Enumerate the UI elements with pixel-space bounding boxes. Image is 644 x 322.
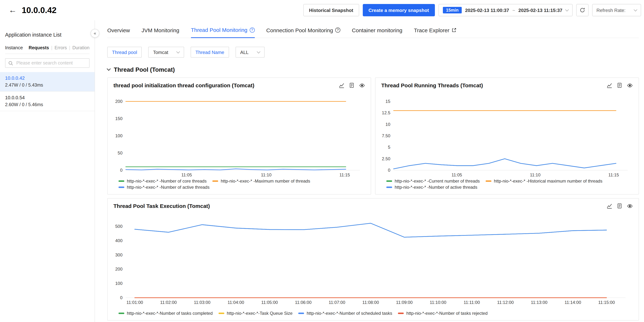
- svg-text:11:03:00: 11:03:00: [194, 300, 210, 305]
- legend-item[interactable]: http-nio-*-exec-* -Number of active thre…: [118, 185, 210, 190]
- svg-text:2.50: 2.50: [382, 156, 390, 161]
- thread-pool-filter-label[interactable]: Thread pool: [107, 47, 142, 58]
- legend-label: http-nio-*-exec-*-Number of tasks reject…: [406, 311, 488, 316]
- chevron-down-icon: [107, 67, 111, 71]
- eye-icon[interactable]: [627, 203, 633, 209]
- tab-overview[interactable]: Overview: [107, 27, 130, 38]
- legend-label: http-nio-*-exec-*-Number of tasks comple…: [127, 311, 213, 316]
- back-button[interactable]: ←: [9, 6, 17, 14]
- line-chart-icon[interactable]: [607, 83, 612, 88]
- tab-label: Thread Pool Monitoring: [191, 27, 247, 33]
- main-content: OverviewJVM MonitoringThread Pool Monito…: [95, 20, 644, 322]
- line-chart-icon[interactable]: [339, 83, 344, 88]
- chevron-down-icon: [634, 7, 637, 11]
- chart-title: Thread Pool Task Execution (Tomcat): [114, 203, 210, 209]
- svg-text:11:08:00: 11:08:00: [362, 300, 379, 305]
- tab-thread-pool-monitoring[interactable]: Thread Pool Monitoring?: [191, 27, 254, 38]
- tab-label: Overview: [107, 27, 130, 33]
- svg-text:11:15: 11:15: [340, 172, 350, 177]
- tab-instance[interactable]: Instance: [5, 45, 23, 50]
- time-range-start: 2025-02-13 11:00:37: [465, 7, 509, 13]
- svg-text:0: 0: [388, 168, 390, 173]
- legend-item[interactable]: http-nio-*-exec-* -Current number of thr…: [386, 179, 480, 184]
- chart-canvas-task-execution[interactable]: 010020030040050011:01:0011:02:0011:03:00…: [114, 212, 633, 310]
- thread-name-filter-label[interactable]: Thread Name: [191, 47, 229, 58]
- collapse-sidebar-button[interactable]: «: [90, 29, 99, 38]
- svg-text:11:14:00: 11:14:00: [564, 300, 581, 305]
- svg-text:11:07:00: 11:07:00: [329, 300, 346, 305]
- legend-item[interactable]: http-nio-*-exec-*-Task Queue Size: [218, 311, 293, 316]
- svg-text:150: 150: [115, 116, 122, 121]
- legend-label: http-nio-*-exec-*-Number of scheduled ta…: [306, 311, 392, 316]
- refresh-rate-select[interactable]: Refresh Rate:: [592, 4, 641, 16]
- chart-canvas-running-threads[interactable]: 02.5057.501012.51511:0511:1011:15: [381, 91, 633, 177]
- svg-text:11:04:00: 11:04:00: [228, 300, 244, 305]
- svg-text:11:05: 11:05: [182, 172, 192, 177]
- legend-swatch: [212, 181, 218, 182]
- instance-item-10-0-0-42[interactable]: 10.0.0.422.47W / 0 / 5.43ms: [0, 72, 94, 92]
- tab-trace-explorer[interactable]: Trace Explorer: [414, 27, 456, 38]
- thread-name-select[interactable]: ALL: [236, 47, 264, 58]
- charts-row: thread pool initialization thread config…: [107, 77, 639, 195]
- eye-icon[interactable]: [627, 82, 633, 88]
- svg-text:50: 50: [118, 150, 122, 155]
- line-chart-icon[interactable]: [607, 203, 612, 209]
- legend-item[interactable]: http-nio-*-exec-* -Number of active thre…: [386, 185, 477, 190]
- legend-label: http-nio-*-exec-* -Number of active thre…: [395, 185, 477, 190]
- svg-text:11:09:00: 11:09:00: [396, 300, 413, 305]
- svg-text:12.5: 12.5: [382, 110, 390, 115]
- sort-errors[interactable]: Errors: [54, 45, 67, 50]
- tab-label: Connection Pool Monitoring: [266, 27, 333, 33]
- section-toggle[interactable]: Thread Pool (Tomcat): [107, 66, 639, 73]
- legend-item[interactable]: http-nio-*-exec-*-Number of scheduled ta…: [298, 311, 392, 316]
- legend-item[interactable]: http-nio-*-exec-* -Historical maximum nu…: [486, 179, 602, 184]
- legend-item[interactable]: http-nio-*-exec-*-Number of tasks comple…: [118, 311, 213, 316]
- sort-duration[interactable]: Duration: [72, 45, 90, 50]
- chevron-down-icon: [176, 50, 180, 53]
- chevron-down-icon: [257, 50, 260, 53]
- data-table-icon[interactable]: [349, 83, 354, 88]
- sort-requests[interactable]: Requests: [29, 45, 49, 50]
- tab-jvm-monitoring[interactable]: JVM Monitoring: [142, 27, 179, 38]
- filter-bar: Thread pool Tomcat Thread Name ALL: [107, 47, 639, 58]
- legend-item[interactable]: http-nio-*-exec-* -Maximum number of thr…: [212, 179, 310, 184]
- thread-pool-select[interactable]: Tomcat: [148, 47, 184, 58]
- svg-text:11:15: 11:15: [608, 172, 619, 177]
- data-table-icon[interactable]: [617, 83, 622, 88]
- search-input[interactable]: [16, 60, 86, 66]
- chart-legend: http-nio-*-exec-*-Number of tasks comple…: [114, 311, 633, 316]
- instance-list: 10.0.0.422.47W / 0 / 5.43ms10.0.0.542.60…: [0, 72, 94, 111]
- sort-separator: |: [51, 45, 52, 50]
- time-range-picker[interactable]: 15min 2025-02-13 11:00:37 ~ 2025-02-13 1…: [438, 4, 572, 16]
- sidebar-tabs: Instance Requests|Errors|Duration: [5, 45, 90, 54]
- sort-separator: |: [69, 45, 70, 50]
- legend-item[interactable]: http-nio-*-exec-*-Number of tasks reject…: [398, 311, 488, 316]
- legend-swatch: [486, 181, 492, 182]
- tab-label: JVM Monitoring: [142, 27, 179, 33]
- chart-canvas-thread-config[interactable]: 05010015020011:0511:1011:15: [114, 91, 365, 177]
- eye-icon[interactable]: [359, 82, 365, 88]
- chart-actions: [607, 203, 633, 209]
- historical-snapshot-button[interactable]: Historical Snapshot: [303, 4, 359, 16]
- sort-tabs: Requests|Errors|Duration: [29, 45, 90, 50]
- instance-item-10-0-0-54[interactable]: 10.0.0.542.60W / 0 / 5.46ms: [0, 92, 94, 111]
- legend-swatch: [118, 313, 124, 314]
- legend-item[interactable]: http-nio-*-exec-* -Number of core thread…: [118, 179, 206, 184]
- data-table-icon[interactable]: [617, 203, 622, 209]
- tab-connection-pool-monitoring[interactable]: Connection Pool Monitoring?: [266, 27, 340, 38]
- svg-text:11:15:00: 11:15:00: [598, 300, 615, 305]
- svg-text:300: 300: [115, 253, 122, 257]
- tab-label: Container monitoring: [352, 27, 402, 33]
- refresh-button[interactable]: [576, 4, 588, 16]
- legend-swatch: [398, 313, 404, 314]
- create-memory-snapshot-button[interactable]: Create a memory snapshot: [362, 4, 435, 16]
- legend-label: http-nio-*-exec-* -Number of core thread…: [127, 179, 206, 184]
- svg-text:0: 0: [120, 168, 122, 173]
- chart-card-thread-config: thread pool initialization thread config…: [107, 77, 371, 195]
- svg-text:10: 10: [386, 122, 390, 127]
- svg-text:7.50: 7.50: [382, 133, 390, 138]
- legend-label: http-nio-*-exec-* -Maximum number of thr…: [221, 179, 310, 184]
- instance-ip: 10.0.0.42: [5, 75, 90, 81]
- tab-container-monitoring[interactable]: Container monitoring: [352, 27, 402, 38]
- chevron-down-icon: [565, 7, 569, 11]
